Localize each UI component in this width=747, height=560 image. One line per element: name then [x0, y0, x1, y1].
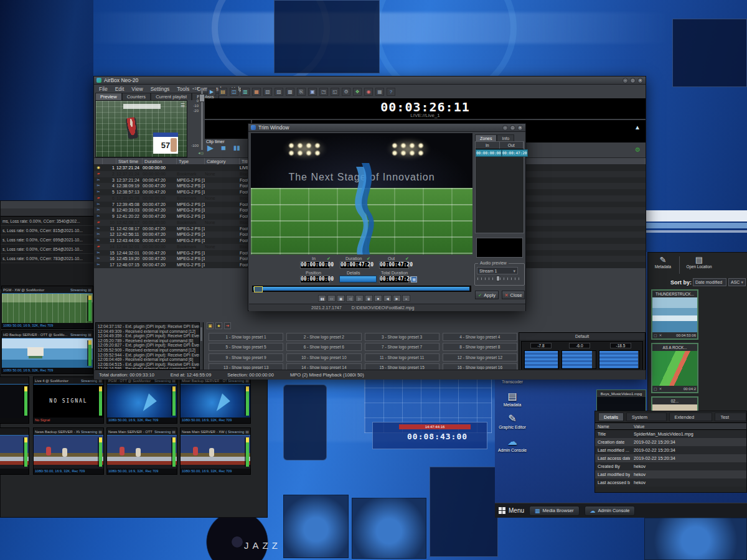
log-list-icon[interactable]: ◱	[331, 88, 339, 96]
monitor-tile[interactable]: News Main SERVER - OTT @ SosMonitorStrea…	[106, 427, 177, 475]
split-icon[interactable]: ▨	[275, 88, 283, 96]
logo-preset-button[interactable]: 9 - Show logo preset 9	[209, 353, 283, 362]
logo-preset-button[interactable]: 8 - Show logo preset 8	[443, 343, 517, 351]
loop-icon[interactable]: ◳	[319, 88, 328, 96]
monitor-tile[interactable]: News Backup SERVER - XW @ SosMon...Strea…	[33, 427, 104, 475]
play-button[interactable]: ▶	[207, 144, 214, 152]
trim-seekbar[interactable]	[252, 286, 471, 292]
trim-titlebar[interactable]: Trim Window – □ ✕	[248, 124, 525, 132]
settings-gear-icon[interactable]: ⚙	[635, 146, 641, 153]
logo-preset-button[interactable]: 5 - Show logo preset 5	[209, 343, 283, 351]
import-icon[interactable]: ▥	[241, 88, 250, 96]
details-progress[interactable]	[339, 276, 377, 282]
menu-edit[interactable]: Edit	[115, 86, 125, 92]
monitor-tile[interactable]: PGM - OTT @ SosMonitorStreaming▤ 1080i 5…	[106, 376, 177, 424]
taskbar-app-button[interactable]: ▦ Media Browser	[529, 506, 580, 516]
trim-transport-button[interactable]: »	[402, 295, 410, 302]
apply-button[interactable]: ✓ Apply	[475, 291, 499, 299]
logo-preset-button[interactable]: 11 - Show logo preset 11	[365, 353, 439, 362]
audio-stream-dropdown[interactable]: Stream 1	[477, 267, 518, 274]
settings-gear-icon[interactable]: ⚙	[342, 88, 350, 96]
open-playlist-icon[interactable]: ▤	[218, 88, 227, 96]
tab-extended-metadata[interactable]: Extended Metadata	[669, 413, 713, 421]
airbox-titlebar[interactable]: AirBox Neo-20 – □ ✕	[94, 77, 646, 85]
media-tile[interactable]: THUNDERSTRUCK... ▢ ✕ 00:04:53:06	[651, 289, 698, 340]
preview-menu-icon[interactable]: ☰	[181, 103, 185, 108]
out-field[interactable]: 00:00:47:20	[379, 261, 409, 269]
tab-info[interactable]: Info	[497, 134, 514, 141]
sort-order-dropdown[interactable]: ASC	[728, 278, 746, 286]
monitor-tile[interactable]: Live 4 @ SosMonitorStreaming▤ NO SIGNAL …	[33, 376, 104, 424]
menu-button[interactable]: Menu	[499, 507, 524, 514]
metadata-row[interactable]: Last modified ... 2019-02-22 15:20:34	[595, 446, 746, 454]
trim-close-action-button[interactable]: ✕ Close	[502, 291, 525, 299]
metadata-row[interactable]: Last modified by hekov	[595, 470, 746, 478]
media-tile[interactable]: AS A ROCK... ▢ ✕ 00:04:2	[651, 343, 698, 393]
trim-transport-button[interactable]: ▷	[355, 295, 364, 302]
metadata-row[interactable]: Last accessed by hekov	[595, 478, 746, 487]
clip-type-icon[interactable]: ▢	[654, 334, 657, 337]
maximize-button[interactable]: □	[630, 78, 636, 83]
seek-handle[interactable]	[254, 286, 263, 292]
help-icon[interactable]: ?	[387, 88, 395, 96]
desktop-icon[interactable]: ✎ Graphic Editor	[496, 413, 529, 430]
insert-clip-icon[interactable]: ▧	[263, 88, 272, 96]
tile-menu-icon[interactable]: ▤	[172, 429, 176, 434]
tab-zones[interactable]: Zones	[475, 134, 497, 141]
trim-transport-button[interactable]: ▮▮	[318, 295, 326, 302]
metadata-row[interactable]: Last access date 2019-02-22 15:20:34	[595, 454, 746, 462]
trim-transport-button[interactable]: ▭	[327, 295, 336, 302]
logo-preset-button[interactable]: 3 - Show logo preset 3	[365, 333, 439, 341]
pause-button[interactable]: ▮▮	[233, 144, 240, 152]
trim-minimize-button[interactable]: –	[502, 125, 508, 131]
close-button[interactable]: ✕	[637, 78, 643, 83]
col-start-time[interactable]: Start time	[116, 158, 143, 164]
tile-menu-icon[interactable]: ▤	[245, 429, 249, 434]
stop-button[interactable]: ■	[221, 144, 226, 152]
monitor-tile[interactable]: News Main SERVER - XW @ SosMonitorStream…	[180, 427, 251, 475]
trim-transport-button[interactable]: ■	[374, 295, 382, 302]
open-location-button[interactable]: ▤ Open Location	[683, 255, 715, 269]
schedule-icon[interactable]: ▣	[308, 88, 317, 96]
trim-close-button[interactable]: ✕	[517, 125, 523, 131]
log-scrollbar[interactable]	[199, 322, 203, 370]
desktop-icon[interactable]: ▤ Metadata	[496, 390, 529, 408]
volume-handle[interactable]	[199, 94, 205, 102]
trim-transport-button[interactable]: ◉	[365, 295, 373, 302]
desktop-icon[interactable]: ☁ Admin Console	[496, 436, 529, 453]
logo-preset-button[interactable]: 10 - Show logo preset 10	[286, 353, 361, 362]
grid-view-icon[interactable]: ▦	[375, 88, 384, 96]
col-category[interactable]: Category	[205, 158, 240, 164]
tile-menu-icon[interactable]: ▤	[98, 429, 102, 434]
menu-view[interactable]: View	[131, 86, 143, 92]
new-playlist-icon[interactable]: ▶	[207, 88, 216, 96]
menu-file[interactable]: File	[99, 86, 108, 92]
network-icon[interactable]: ❖	[353, 88, 362, 96]
tile-menu-icon[interactable]: ▤	[88, 332, 92, 337]
log-export-button[interactable]: ➔	[224, 322, 231, 329]
audio-volume-handle[interactable]	[496, 276, 500, 281]
in-field[interactable]: 00:00:00:00	[300, 261, 330, 269]
trim-transport-button[interactable]: ▶	[393, 295, 401, 302]
trim-transport-button[interactable]: ◁	[346, 295, 354, 302]
logo-preset-button[interactable]: 2 - Show logo preset 2	[286, 333, 361, 341]
frame-grid-icon[interactable]: ▦	[411, 276, 417, 282]
metadata-button[interactable]: ✎ Metadata	[651, 255, 675, 269]
monitor-tile[interactable]: PGM - XW @ SosMonitorStreaming▤ 1080i 50…	[1, 286, 93, 329]
menu-tools[interactable]: Tools	[177, 86, 189, 92]
delete-icon[interactable]: ✕	[659, 334, 662, 337]
minimize-button[interactable]: –	[622, 78, 628, 83]
metadata-row[interactable]: Created By hekov	[595, 462, 746, 470]
metadata-row[interactable]: Creation date 2019-02-22 15:20:34	[595, 438, 746, 446]
delete-icon[interactable]: ✕	[659, 387, 662, 391]
clip-type-icon[interactable]: ▢	[654, 387, 657, 391]
monitor-tile[interactable]: Mixer Backup SERVER - OTT @ SosMo...Stre…	[180, 376, 251, 424]
metadata-row[interactable]: Title SpiderMan_MusicVideo1.mpg	[595, 430, 746, 438]
media-tile[interactable]: 02... ▢ ✕ 00:03:52:00	[651, 396, 698, 412]
tab-test-results[interactable]: Test Results	[715, 413, 746, 421]
cue-triangle-icon[interactable]: ▲	[634, 124, 641, 131]
log-image-button[interactable]: ▣	[207, 322, 214, 329]
media-tile-partial[interactable]: Boys_MusicVideo1.mpg	[596, 390, 646, 412]
tab-preview[interactable]: Preview	[95, 93, 122, 100]
merge-icon[interactable]: ▩	[286, 88, 294, 96]
